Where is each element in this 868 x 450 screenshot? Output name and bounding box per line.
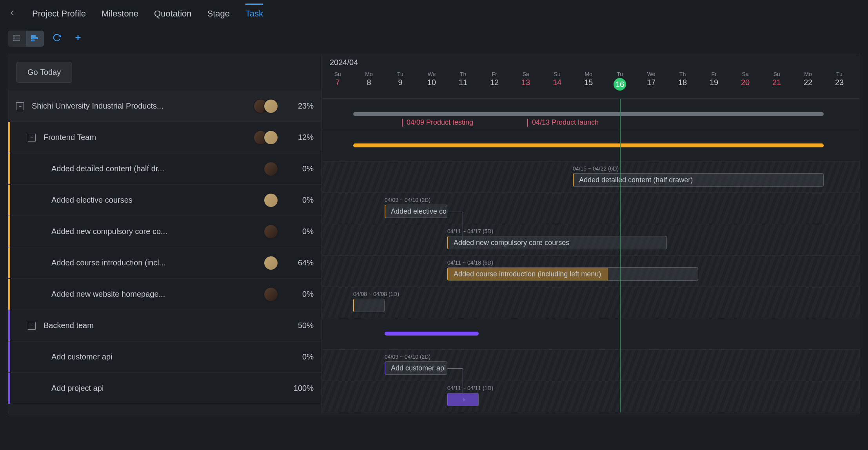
avatar-stack <box>253 99 278 114</box>
day-number: 18 <box>667 78 698 87</box>
timeline-day[interactable]: Fr19 <box>698 71 730 96</box>
tree-row-group[interactable]: −Frontend Team12% <box>8 122 321 153</box>
back-icon[interactable] <box>8 9 16 19</box>
day-of-week: Su <box>761 71 792 77</box>
milestone-label: 04/09 Product testing <box>407 118 473 127</box>
progress-percent: 64% <box>286 258 314 267</box>
task-name-label: Added elective courses <box>51 196 263 205</box>
tree-row-task[interactable]: Added detailed content (half dr...0% <box>8 153 321 185</box>
timeline-day[interactable]: Tu23 <box>824 71 855 96</box>
tree-row-task[interactable]: Add project api100% <box>8 373 321 404</box>
task-bar[interactable]: Add customer api <box>385 361 447 375</box>
task-tree: −Shichi University Industrial Products..… <box>8 91 321 414</box>
group-stripe <box>8 373 10 404</box>
day-number: 19 <box>698 78 730 87</box>
tree-row-task[interactable]: Added new compulsory core co...0% <box>8 216 321 247</box>
task-bar-wrap: 04/11 ~ 04/17 (5D) Added new compulsory … <box>447 228 667 249</box>
avatar[interactable] <box>263 130 278 145</box>
avatar[interactable] <box>263 256 278 270</box>
timeline-day[interactable]: Tu9 <box>385 71 416 96</box>
group-stripe <box>8 153 10 184</box>
tab-task[interactable]: Task <box>245 4 263 23</box>
timeline-day[interactable]: Su7 <box>322 71 353 96</box>
progress-percent: 0% <box>286 196 314 205</box>
collapse-toggle-icon[interactable]: − <box>28 322 36 330</box>
avatar[interactable] <box>263 287 278 302</box>
day-of-week: We <box>636 71 667 77</box>
tab-stage[interactable]: Stage <box>207 5 230 23</box>
task-name-label: Added detailed content (half dr... <box>51 164 263 173</box>
milestone-tick-icon <box>527 119 528 127</box>
task-name-label: Backend team <box>44 321 278 330</box>
day-of-week: Su <box>541 71 573 77</box>
task-date-range: 04/15 ~ 04/22 (6D) <box>573 165 824 172</box>
task-date-range: 04/08 ~ 04/08 (1D) <box>353 291 399 297</box>
group-summary-bar[interactable] <box>385 332 479 336</box>
timeline-day[interactable]: Su21 <box>761 71 792 96</box>
avatar[interactable] <box>263 193 278 208</box>
task-bar[interactable]: Add project api <box>447 393 479 406</box>
tab-project-profile[interactable]: Project Profile <box>32 5 86 23</box>
timeline-day[interactable]: Mo15 <box>573 71 604 96</box>
progress-percent: 23% <box>286 102 314 111</box>
task-bar-label: Added course introduction (including lef… <box>454 270 601 278</box>
timeline-day[interactable]: Tu16 <box>604 71 636 96</box>
day-number: 10 <box>416 78 447 87</box>
tab-milestone[interactable]: Milestone <box>102 5 138 23</box>
task-name-label: Frontend Team <box>44 133 253 142</box>
task-bar-label: Added detailed content (half drawer) <box>579 176 693 184</box>
tree-row-task[interactable]: Added new website homepage...0% <box>8 279 321 310</box>
avatar[interactable] <box>263 224 278 239</box>
task-bar[interactable]: Added detailed content (half drawer) <box>573 173 824 187</box>
gantt-view-button[interactable] <box>26 31 44 47</box>
tree-row-task[interactable]: Added course introduction (incl...64% <box>8 247 321 279</box>
gantt-main: Go Today −Shichi University Industrial P… <box>8 54 860 414</box>
timeline-day[interactable]: Sa20 <box>730 71 761 96</box>
milestone-marker[interactable]: 04/09 Product testing <box>402 118 473 127</box>
task-tree-pane: Go Today −Shichi University Industrial P… <box>8 54 322 414</box>
add-button[interactable] <box>70 31 86 46</box>
collapse-toggle-icon[interactable]: − <box>28 134 36 142</box>
progress-percent: 0% <box>286 352 314 361</box>
task-bar[interactable]: Added elective courses <box>385 205 447 218</box>
gantt-body[interactable]: 04/09 Product testing04/13 Product launc… <box>322 99 860 412</box>
task-bar[interactable]: Added new compulsory core courses <box>447 236 667 249</box>
svg-rect-8 <box>32 40 34 41</box>
day-of-week: Fr <box>479 71 510 77</box>
project-summary-bar[interactable] <box>353 112 824 116</box>
progress-percent: 0% <box>286 164 314 173</box>
timeline-day[interactable]: Mo22 <box>792 71 824 96</box>
timeline-day[interactable]: Th18 <box>667 71 698 96</box>
svg-rect-6 <box>32 36 35 37</box>
timeline-day[interactable]: We10 <box>416 71 447 96</box>
group-summary-bar[interactable] <box>353 143 824 147</box>
collapse-toggle-icon[interactable]: − <box>16 102 24 110</box>
task-bar-label: Added new compulsory core courses <box>454 239 569 247</box>
gantt-row: 04/09 ~ 04/10 (2D) Added elective course… <box>322 193 860 224</box>
day-of-week: Mo <box>792 71 824 77</box>
tree-row-project[interactable]: −Shichi University Industrial Products..… <box>8 91 321 122</box>
tab-quotation[interactable]: Quotation <box>154 5 191 23</box>
tree-row-task[interactable]: Add customer api0% <box>8 341 321 373</box>
task-bar-wrap: 04/09 ~ 04/10 (2D) Add customer api <box>385 354 447 375</box>
task-bar[interactable]: Added new website homepage (including La… <box>353 299 385 312</box>
timeline-day[interactable]: Th11 <box>447 71 479 96</box>
timeline-day[interactable]: Mo8 <box>353 71 385 96</box>
list-view-button[interactable] <box>8 31 26 47</box>
tree-row-task[interactable]: Added elective courses0% <box>8 185 321 216</box>
gantt-row: 04/08 ~ 04/08 (1D) Added new website hom… <box>322 287 860 318</box>
timeline-day[interactable]: Sa13 <box>510 71 541 96</box>
avatar[interactable] <box>263 99 278 114</box>
task-name-label: Added new website homepage... <box>51 290 263 299</box>
task-bar[interactable]: Added course introduction (including lef… <box>447 267 698 281</box>
timeline-day[interactable]: We17 <box>636 71 667 96</box>
go-today-button[interactable]: Go Today <box>16 62 72 83</box>
timeline-day[interactable]: Fr12 <box>479 71 510 96</box>
refresh-button[interactable] <box>49 31 65 46</box>
timeline-day[interactable]: Su14 <box>541 71 573 96</box>
tree-row-group[interactable]: −Backend team50% <box>8 310 321 341</box>
gantt-row: 04/11 ~ 04/17 (5D) Added new compulsory … <box>322 224 860 256</box>
task-bar-label: Added elective courses <box>391 207 447 216</box>
avatar[interactable] <box>263 161 278 176</box>
milestone-marker[interactable]: 04/13 Product launch <box>527 118 599 127</box>
